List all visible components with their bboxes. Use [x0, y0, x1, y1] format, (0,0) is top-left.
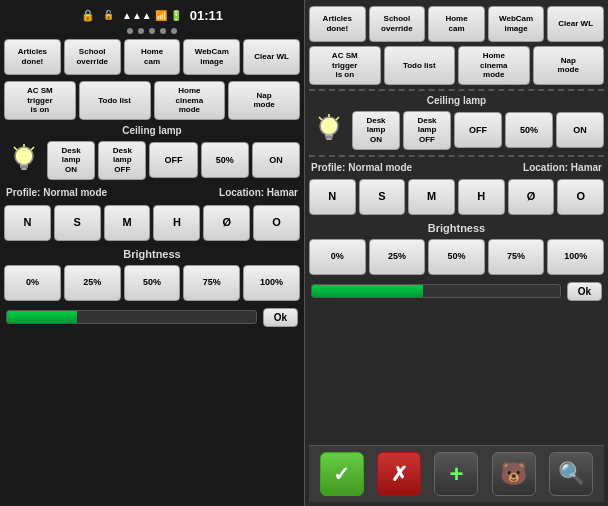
brightness-label: Brightness — [4, 248, 300, 260]
bulb-icon — [4, 142, 44, 178]
nav-n-button[interactable]: N — [4, 205, 51, 241]
r-nav-o-button[interactable]: O — [557, 179, 604, 215]
svg-rect-3 — [21, 168, 27, 170]
progress-row: Ok — [6, 308, 298, 327]
toolbar-plus-button[interactable]: + — [434, 452, 478, 496]
check-icon: ✓ — [333, 462, 350, 486]
r-brightness-25-button[interactable]: 25% — [369, 239, 426, 275]
brightness-progress-fill — [7, 311, 77, 323]
button-row-1: Articles done! School override Home cam … — [4, 39, 300, 75]
r-brightness-75-button[interactable]: 75% — [488, 239, 545, 275]
svg-point-7 — [320, 117, 338, 135]
r-brightness-50-button[interactable]: 50% — [428, 239, 485, 275]
r-articles-done-button[interactable]: Articles done! — [309, 6, 366, 42]
r-webcam-image-button[interactable]: WebCam image — [488, 6, 545, 42]
r-ceiling-lamp-label: Ceiling lamp — [309, 95, 604, 106]
lamp-off-button[interactable]: OFF — [149, 142, 197, 178]
divider-2 — [309, 155, 604, 157]
r-profile-row: Profile: Normal mode Location: Hamar — [311, 162, 602, 173]
nav-grid: N S M H Ø O — [4, 205, 300, 241]
brightness-0-button[interactable]: 0% — [4, 265, 61, 301]
location-label: Location: Hamar — [219, 187, 298, 198]
articles-done-button[interactable]: Articles done! — [4, 39, 61, 75]
nav-h-button[interactable]: H — [153, 205, 200, 241]
divider-1 — [309, 89, 604, 91]
desk-lamp-on-button[interactable]: Desk lamp ON — [47, 141, 95, 180]
status-bar: 🔒 🔓 ▲▲▲ 📶 🔋 01:11 — [4, 4, 300, 26]
nap-mode-button[interactable]: Nap mode — [228, 81, 300, 120]
home-cam-button[interactable]: Home cam — [124, 39, 181, 75]
r-brightness-progress-bar[interactable] — [311, 284, 561, 298]
r-todo-list-button[interactable]: Todo list — [384, 46, 456, 85]
svg-line-12 — [336, 117, 339, 120]
lock-icon: 🔒 — [81, 9, 95, 22]
lamp-50-button[interactable]: 50% — [201, 142, 249, 178]
r-profile-label: Profile: Normal mode — [311, 162, 412, 173]
r-location-label: Location: Hamar — [523, 162, 602, 173]
r-home-cam-button[interactable]: Home cam — [428, 6, 485, 42]
ac-sm-trigger-button[interactable]: AC SM trigger is on — [4, 81, 76, 120]
r-brightness-0-button[interactable]: 0% — [309, 239, 366, 275]
r-school-override-button[interactable]: School override — [369, 6, 426, 42]
nav-o-button[interactable]: O — [253, 205, 300, 241]
r-button-row-2: AC SM trigger is on Todo list Home cinem… — [309, 46, 604, 85]
left-panel: 🔒 🔓 ▲▲▲ 📶 🔋 01:11 Articles done! School … — [0, 0, 304, 506]
signal-icon: 📶 — [155, 10, 167, 21]
clear-wl-button[interactable]: Clear WL — [243, 39, 300, 75]
r-ok-button[interactable]: Ok — [567, 282, 602, 301]
bottom-toolbar: ✓ ✗ + 🐻 🔍 — [309, 445, 604, 502]
svg-line-5 — [31, 147, 34, 150]
brightness-50-button[interactable]: 50% — [124, 265, 181, 301]
r-home-cinema-mode-button[interactable]: Home cinema mode — [458, 46, 530, 85]
r-nav-h-button[interactable]: H — [458, 179, 505, 215]
r-nav-n-button[interactable]: N — [309, 179, 356, 215]
bear-icon: 🐻 — [500, 461, 527, 487]
brightness-75-button[interactable]: 75% — [183, 265, 240, 301]
todo-list-button[interactable]: Todo list — [79, 81, 151, 120]
svg-point-0 — [15, 147, 33, 165]
nav-o-stroke-button[interactable]: Ø — [203, 205, 250, 241]
brightness-25-button[interactable]: 25% — [64, 265, 121, 301]
r-lamp-50-button[interactable]: 50% — [505, 112, 553, 148]
toolbar-check-button[interactable]: ✓ — [320, 452, 364, 496]
r-nav-o-stroke-button[interactable]: Ø — [508, 179, 555, 215]
r-nav-grid: N S M H Ø O — [309, 179, 604, 215]
desk-lamp-off-button[interactable]: Desk lamp OFF — [98, 141, 146, 180]
nav-s-button[interactable]: S — [54, 205, 101, 241]
ok-button[interactable]: Ok — [263, 308, 298, 327]
button-row-2: AC SM trigger is on Todo list Home cinem… — [4, 81, 300, 120]
webcam-image-button[interactable]: WebCam image — [183, 39, 240, 75]
toolbar-bear-button[interactable]: 🐻 — [492, 452, 536, 496]
toolbar-x-button[interactable]: ✗ — [377, 452, 421, 496]
svg-line-6 — [14, 147, 17, 150]
nav-m-button[interactable]: M — [104, 205, 151, 241]
r-brightness-grid: 0% 25% 50% 75% 100% — [309, 239, 604, 275]
brightness-progress-bar[interactable] — [6, 310, 257, 324]
lamp-on-button[interactable]: ON — [252, 142, 300, 178]
r-bulb-icon — [309, 112, 349, 148]
r-nap-mode-button[interactable]: Nap mode — [533, 46, 605, 85]
home-cinema-mode-button[interactable]: Home cinema mode — [154, 81, 226, 120]
r-ac-sm-trigger-button[interactable]: AC SM trigger is on — [309, 46, 381, 85]
svg-rect-9 — [325, 136, 333, 138]
brightness-grid: 0% 25% 50% 75% 100% — [4, 265, 300, 301]
brightness-100-button[interactable]: 100% — [243, 265, 300, 301]
r-clear-wl-button[interactable]: Clear WL — [547, 6, 604, 42]
x-icon: ✗ — [391, 462, 408, 486]
ceiling-lamp-label: Ceiling lamp — [4, 125, 300, 136]
school-override-button[interactable]: School override — [64, 39, 121, 75]
svg-rect-10 — [326, 138, 332, 140]
plus-icon: + — [449, 460, 463, 488]
r-brightness-progress-fill — [312, 285, 423, 297]
r-lamp-row: Desk lamp ON Desk lamp OFF OFF 50% ON — [309, 111, 604, 150]
toolbar-search-button[interactable]: 🔍 — [549, 452, 593, 496]
r-lamp-off-button[interactable]: OFF — [454, 112, 502, 148]
r-lamp-on-button[interactable]: ON — [556, 112, 604, 148]
r-nav-s-button[interactable]: S — [359, 179, 406, 215]
right-panel: Articles done! School override Home cam … — [304, 0, 608, 506]
r-brightness-label: Brightness — [309, 222, 604, 234]
r-desk-lamp-off-button[interactable]: Desk lamp OFF — [403, 111, 451, 150]
r-brightness-100-button[interactable]: 100% — [547, 239, 604, 275]
r-nav-m-button[interactable]: M — [408, 179, 455, 215]
r-desk-lamp-on-button[interactable]: Desk lamp ON — [352, 111, 400, 150]
